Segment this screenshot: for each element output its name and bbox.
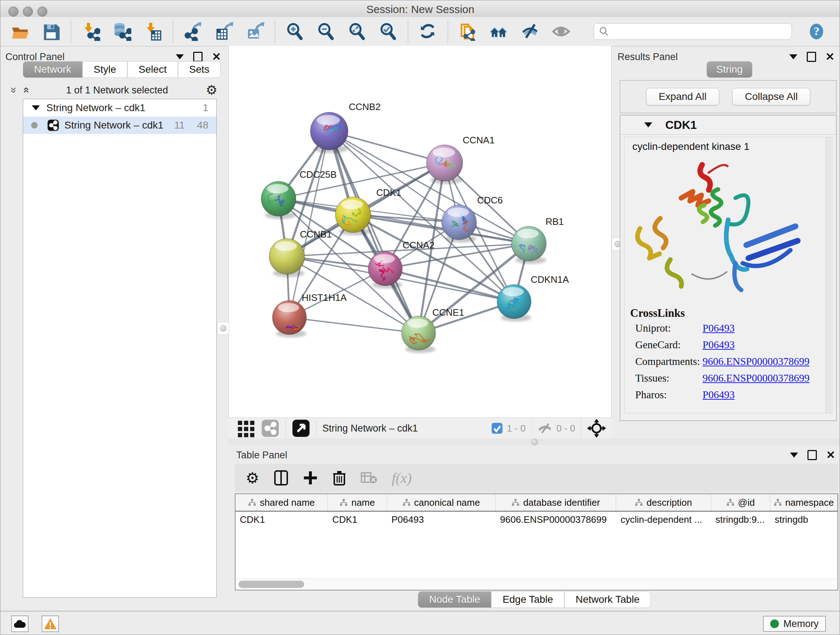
apply-layout-icon[interactable] [418,22,437,41]
zoom-selected-icon[interactable] [379,22,398,41]
table-cell[interactable]: 9606.ENSP00000378699 [496,511,616,527]
network-canvas[interactable]: CCNB2CCNA1CDC25BCDK1CDC6RB1CCNB1CCNA2CDK… [228,46,612,417]
export-network-icon[interactable] [183,22,202,41]
import-network-file-icon[interactable] [81,22,100,41]
crosslink-value-link[interactable]: 9606.ENSP00000378699 [703,356,810,367]
tab-node-table[interactable]: Node Table [418,591,491,608]
network-share-view-icon[interactable] [261,419,279,438]
double-house-icon[interactable] [489,22,508,41]
table-panel-close-icon[interactable]: ✕ [826,451,835,459]
column-header-canonical-name[interactable]: canonical name [387,494,496,511]
network-options-gear-icon[interactable]: ⚙ [206,82,218,98]
tab-network[interactable]: Network [23,61,82,78]
node-CCNA2[interactable]: CCNA2 [368,240,434,288]
network-tree-row[interactable]: String Network – cdk1 1 [23,99,216,117]
left-splitter-handle[interactable] [218,322,229,335]
edge-HIST1H1A-CCNE1[interactable] [289,318,418,333]
column-header-name[interactable]: name [328,494,387,511]
expand-all-networks-icon[interactable]: » [20,87,31,93]
main-toolbar: ? [0,17,840,46]
tab-string[interactable]: String [706,61,752,78]
table-cell[interactable]: CDK1 [328,511,387,527]
show-columns-icon[interactable] [274,470,288,486]
delete-column-icon[interactable] [332,470,346,486]
show-eye-icon[interactable] [552,22,570,41]
table-cell[interactable]: stringdb [770,511,837,527]
table-panel-minimize-icon[interactable] [790,453,798,458]
column-header-database-identifier[interactable]: database identifier [496,494,616,511]
table-horizontal-scrollbar[interactable] [235,578,837,590]
zoom-fit-icon[interactable] [347,22,366,41]
node-CCNE1[interactable]: CCNE1 [401,307,464,353]
column-header-description[interactable]: description [616,494,711,511]
node-CCNB1[interactable]: CCNB1 [269,229,332,277]
import-table-icon[interactable] [144,22,163,41]
warnings-button[interactable] [42,616,59,632]
collapse-all-networks-icon[interactable]: » [9,87,19,93]
tree-expand-icon[interactable] [32,105,40,111]
crosslinks-list: Uniprot: P06493GeneCard: P06493Compartme… [624,320,832,403]
crosslink-value-link[interactable]: 9606.ENSP00000378699 [703,372,810,384]
tab-select[interactable]: Select [127,61,178,78]
tab-sets[interactable]: Sets [178,61,221,78]
control-panel-close-icon[interactable]: ✕ [212,53,221,61]
horizontal-splitter[interactable] [228,439,840,445]
column-header--id[interactable]: @id [711,494,771,511]
column-header-namespace[interactable]: namespace [770,494,837,511]
expand-all-button[interactable]: Expand All [646,88,719,105]
table-cell[interactable]: P06493 [387,511,496,527]
network-tree-row[interactable]: String Network – cdk1 11 48 [23,117,216,134]
hide-eye-icon[interactable] [521,22,539,41]
svg-text:?: ? [813,25,819,38]
node-HIST1H1A[interactable]: HIST1H1A [272,292,347,337]
search-input[interactable] [594,23,792,40]
results-panel-title: Results Panel [617,51,678,63]
export-image-icon[interactable] [246,22,264,41]
memory-button[interactable]: Memory [763,616,826,632]
node-CCNA1[interactable]: CCNA1 [426,135,494,184]
results-vertical-scrollbar[interactable] [826,137,832,413]
control-panel-float-icon[interactable] [193,52,202,62]
zoom-in-icon[interactable] [286,22,304,41]
collapse-all-button[interactable]: Collapse All [732,88,810,105]
node-RB1[interactable]: RB1 [512,216,564,264]
table-cell[interactable]: stringdb:9... [711,511,771,527]
results-entry-panel: CDK1 cyclin-dependent kinase 1 [620,115,837,421]
help-icon[interactable]: ? [807,22,826,41]
import-network-database-icon[interactable] [112,22,131,41]
entry-collapse-icon[interactable] [644,122,652,127]
tab-network-table[interactable]: Network Table [564,591,651,608]
table-row[interactable]: CDK1CDK1P064939606.ENSP00000378699cyclin… [235,511,837,527]
crosslink-value-link[interactable]: P06493 [703,322,735,334]
crosslink-value-link[interactable]: P06493 [703,389,735,401]
clear-table-icon[interactable] [361,471,377,485]
cloud-status-button[interactable] [11,616,28,632]
node-CDC6[interactable]: CDC6 [442,195,503,242]
hidden-eye-slash-icon[interactable] [538,422,553,434]
results-panel-minimize-icon[interactable] [789,54,797,59]
save-session-icon[interactable] [42,22,60,41]
tab-style[interactable]: Style [82,61,127,78]
table-cell[interactable]: CDK1 [235,511,328,527]
control-panel-minimize-icon[interactable] [176,54,184,59]
function-builder-icon[interactable]: f(x) [392,470,412,486]
tab-edge-table[interactable]: Edge Table [491,591,564,608]
add-column-icon[interactable] [303,470,318,486]
table-options-gear-icon[interactable]: ⚙ [246,469,259,487]
selected-checkbox-icon[interactable] [491,422,503,434]
string-documents-icon[interactable] [458,22,477,41]
fit-selected-crosshair-icon[interactable] [587,419,606,438]
birds-eye-view-icon[interactable] [292,419,310,438]
edge-CCNA1-CDC25B[interactable] [279,163,445,199]
table-panel-float-icon[interactable] [807,450,817,460]
export-table-icon[interactable] [215,22,233,41]
results-panel-close-icon[interactable]: ✕ [826,53,835,61]
crosslink-value-link[interactable]: P06493 [703,339,735,351]
node-CDKN1A[interactable]: CDKN1A [497,274,569,321]
results-panel-float-icon[interactable] [807,52,816,62]
zoom-out-icon[interactable] [317,22,335,41]
column-header-shared-name[interactable]: shared name [235,494,328,511]
grid-view-icon[interactable] [237,419,256,438]
table-cell[interactable]: cyclin-dependent ... [616,511,711,527]
open-session-icon[interactable] [11,22,29,41]
